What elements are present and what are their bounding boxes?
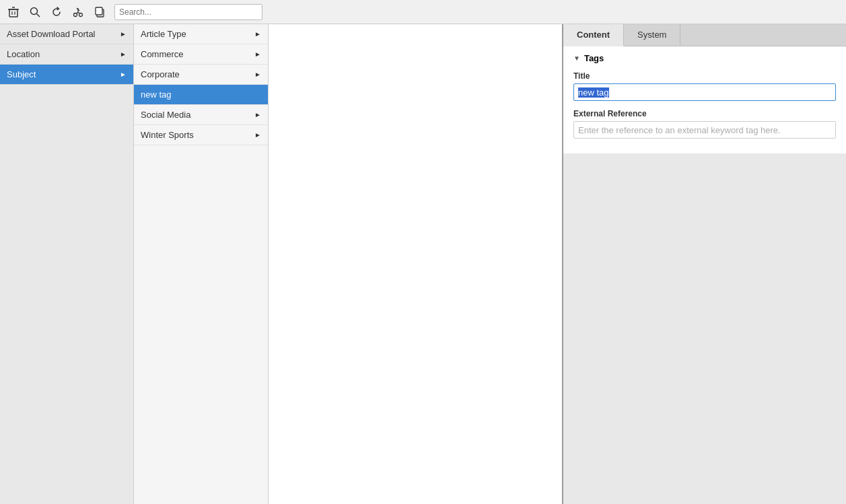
svg-line-6	[37, 13, 40, 17]
chevron-right-icon: ►	[120, 30, 127, 38]
submenu-item-label: new tag	[141, 89, 172, 100]
sidebar-item-location[interactable]: Location ►	[0, 44, 133, 65]
svg-rect-14	[96, 7, 102, 15]
tags-title: Tags	[584, 53, 604, 63]
submenu-item-label: Commerce	[141, 49, 184, 59]
copy-icon[interactable]	[90, 3, 109, 22]
sidebar-item-subject[interactable]: Subject ►	[0, 65, 133, 85]
sidebar-item-label: Subject	[7, 69, 36, 79]
toolbar	[0, 0, 846, 24]
submenu: Article Type ► Commerce ► Corporate ► ne…	[134, 24, 269, 504]
chevron-right-icon: ►	[120, 50, 127, 58]
sidebar: Asset Download Portal ► Location ► Subje…	[0, 24, 134, 504]
submenu-item-article-type[interactable]: Article Type ►	[134, 24, 268, 44]
title-label: Title	[573, 71, 836, 81]
find-icon[interactable]	[26, 3, 44, 22]
tags-section: ▼ Tags Title External Reference	[563, 46, 846, 153]
content-area	[269, 24, 563, 504]
right-panel: Content System ▼ Tags Title External Ref…	[563, 24, 846, 504]
submenu-item-label: Social Media	[141, 110, 190, 120]
panel-rest	[563, 153, 846, 504]
search-input[interactable]	[114, 4, 262, 20]
submenu-item-commerce[interactable]: Commerce ►	[134, 44, 268, 65]
tab-content[interactable]: Content	[563, 24, 624, 46]
chevron-right-icon: ►	[120, 71, 127, 78]
refresh-icon[interactable]	[47, 3, 66, 22]
delete-icon[interactable]	[4, 3, 23, 22]
svg-point-8	[79, 13, 83, 16]
sidebar-item-label: Asset Download Portal	[7, 29, 96, 39]
svg-line-10	[78, 12, 79, 13]
sidebar-item-asset-download-portal[interactable]: Asset Download Portal ►	[0, 24, 133, 44]
svg-rect-0	[9, 9, 17, 17]
sidebar-item-label: Location	[7, 49, 40, 59]
external-ref-label: External Reference	[573, 109, 836, 118]
svg-point-7	[74, 13, 77, 16]
chevron-right-icon: ►	[254, 71, 261, 78]
cut-icon[interactable]	[69, 3, 87, 22]
chevron-right-icon: ►	[254, 111, 261, 118]
submenu-item-new-tag[interactable]: new tag	[134, 85, 268, 105]
title-input[interactable]	[573, 83, 836, 101]
tab-system[interactable]: System	[624, 24, 680, 46]
svg-point-5	[31, 7, 38, 14]
submenu-item-label: Winter Sports	[141, 130, 194, 140]
chevron-right-icon: ►	[254, 50, 261, 58]
collapse-arrow-icon: ▼	[573, 55, 580, 62]
panel-tabs: Content System	[563, 24, 846, 46]
submenu-item-winter-sports[interactable]: Winter Sports ►	[134, 125, 268, 145]
submenu-item-social-media[interactable]: Social Media ►	[134, 105, 268, 125]
submenu-item-corporate[interactable]: Corporate ►	[134, 65, 268, 85]
svg-line-9	[77, 12, 78, 13]
submenu-item-label: Article Type	[141, 29, 186, 39]
chevron-right-icon: ►	[254, 30, 261, 38]
external-ref-input[interactable]	[573, 121, 836, 139]
submenu-item-label: Corporate	[141, 69, 180, 79]
chevron-right-icon: ►	[254, 131, 261, 139]
tags-header[interactable]: ▼ Tags	[573, 53, 836, 63]
main-layout: Asset Download Portal ► Location ► Subje…	[0, 24, 846, 504]
